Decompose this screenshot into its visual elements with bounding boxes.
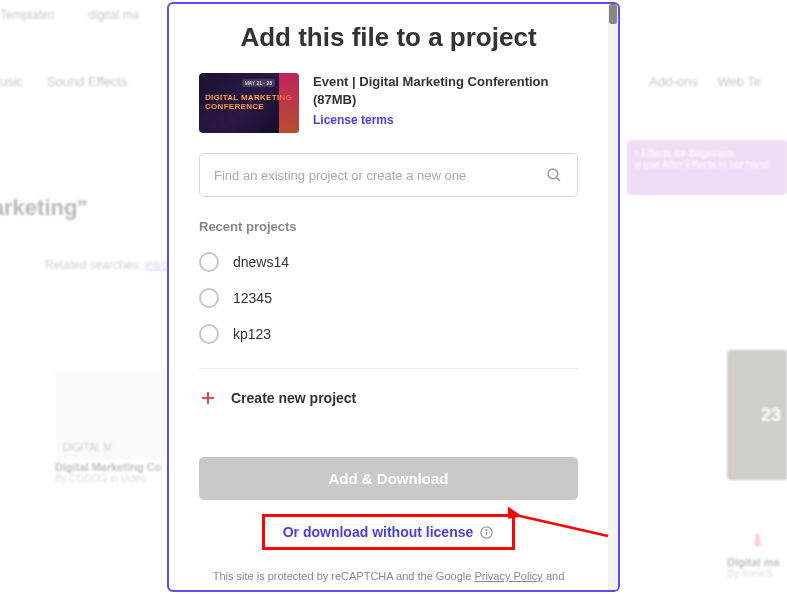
- search-icon: [545, 166, 563, 184]
- radio-icon[interactable]: [199, 252, 219, 272]
- add-download-button[interactable]: Add & Download: [199, 457, 578, 500]
- recent-projects-list: dnews14 12345 kp123: [169, 244, 608, 352]
- create-new-project[interactable]: Create new project: [169, 385, 608, 427]
- modal-overlay: Add this file to a project DIGITAL MARKE…: [0, 0, 787, 594]
- project-item[interactable]: kp123: [199, 316, 578, 352]
- annotation-highlight-box: Or download without license: [262, 514, 516, 550]
- privacy-policy-link[interactable]: Privacy Policy: [474, 570, 542, 582]
- file-info-row: DIGITAL MARKETING CONFERENCE MAY 21 - 23…: [169, 73, 608, 153]
- project-item[interactable]: 12345: [199, 280, 578, 316]
- project-search-input[interactable]: [214, 168, 545, 183]
- svg-line-1: [557, 178, 560, 181]
- plus-icon: [199, 389, 217, 407]
- radio-icon[interactable]: [199, 324, 219, 344]
- download-without-license-link[interactable]: Or download without license: [283, 524, 495, 540]
- svg-point-6: [486, 529, 487, 530]
- modal-title: Add this file to a project: [169, 4, 608, 73]
- add-to-project-modal: Add this file to a project DIGITAL MARKE…: [167, 2, 620, 592]
- scrollbar-thumb[interactable]: [609, 4, 617, 24]
- license-terms-link[interactable]: License terms: [313, 113, 394, 127]
- recent-projects-label: Recent projects: [169, 197, 608, 244]
- project-search-box[interactable]: [199, 153, 578, 197]
- recaptcha-legal-text: This site is protected by reCAPTCHA and …: [169, 562, 608, 590]
- project-label: 12345: [233, 290, 272, 306]
- modal-scrollbar[interactable]: [608, 4, 618, 590]
- project-item[interactable]: dnews14: [199, 244, 578, 280]
- file-name: Event | Digital Marketing Conferention (…: [313, 73, 578, 109]
- create-project-label: Create new project: [231, 390, 356, 406]
- svg-point-0: [548, 169, 558, 179]
- terms-of-service-link[interactable]: Terms of Service: [332, 588, 414, 590]
- radio-icon[interactable]: [199, 288, 219, 308]
- divider: [199, 368, 578, 369]
- file-thumbnail: DIGITAL MARKETING CONFERENCE MAY 21 - 23: [199, 73, 299, 133]
- info-icon: [479, 525, 494, 540]
- project-label: kp123: [233, 326, 271, 342]
- project-label: dnews14: [233, 254, 289, 270]
